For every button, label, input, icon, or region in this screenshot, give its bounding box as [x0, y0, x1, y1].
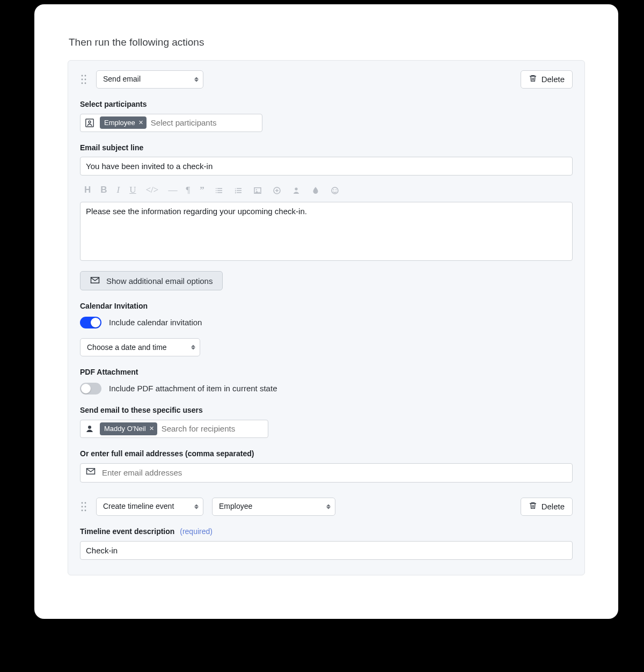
trash-icon — [529, 501, 537, 512]
svg-point-14 — [88, 426, 91, 429]
raw-emails-input-wrapper[interactable] — [80, 463, 573, 483]
chip-label: Maddy O'Neil — [104, 424, 146, 434]
code-icon[interactable]: </> — [146, 184, 159, 196]
action-timeline-event: Create timeline event Employee Delete — [80, 498, 573, 560]
svg-point-3 — [85, 78, 86, 80]
svg-point-19 — [82, 509, 83, 511]
calendar-date-select[interactable]: Choose a date and time — [80, 338, 200, 356]
show-additional-label: Show additional email options — [106, 276, 213, 286]
actions-card: Then run the following actions Send emai… — [34, 4, 618, 619]
trash-icon — [529, 74, 537, 84]
ul-icon[interactable] — [214, 186, 224, 195]
svg-point-20 — [85, 509, 86, 511]
raw-emails-label: Or enter full email addresses (comma sep… — [80, 449, 573, 459]
action-type-value: Send email — [103, 74, 141, 84]
drop-icon[interactable] — [311, 186, 320, 195]
quote-icon[interactable]: ” — [200, 184, 204, 196]
show-additional-options-button[interactable]: Show additional email options — [80, 271, 223, 290]
required-hint: (required) — [180, 527, 213, 536]
email-body-textarea[interactable] — [80, 202, 573, 261]
ol-icon[interactable] — [233, 186, 243, 195]
delete-action-button[interactable]: Delete — [521, 498, 573, 516]
caret-icon — [194, 77, 199, 82]
svg-point-2 — [82, 78, 83, 80]
calendar-toggle[interactable] — [80, 317, 101, 328]
bold-icon[interactable]: B — [100, 184, 107, 196]
svg-point-10 — [295, 187, 297, 190]
svg-point-4 — [82, 82, 83, 84]
recipient-chip[interactable]: Maddy O'Neil ✕ — [100, 422, 157, 435]
timeline-target-value: Employee — [219, 501, 252, 512]
user-icon[interactable] — [291, 186, 301, 195]
person-frame-icon — [83, 118, 97, 128]
svg-point-0 — [82, 75, 83, 76]
svg-point-18 — [85, 506, 86, 507]
action-type-value: Create timeline event — [103, 501, 174, 512]
subject-label: Email subject line — [80, 143, 573, 153]
caret-icon — [191, 345, 195, 350]
caret-icon — [194, 504, 199, 509]
calendar-date-value: Choose a date and time — [87, 342, 167, 353]
action-send-email: Send email Delete Select participants — [80, 70, 573, 483]
svg-point-17 — [82, 506, 83, 507]
specific-users-text-input[interactable] — [160, 423, 265, 434]
svg-point-8 — [255, 189, 257, 190]
rte-toolbar: H B I U </> — ¶ ” — [80, 176, 573, 202]
participants-input[interactable]: Employee ✕ — [80, 114, 262, 132]
add-icon[interactable] — [272, 186, 282, 195]
drag-handle-icon[interactable] — [80, 501, 87, 513]
envelope-icon — [90, 276, 100, 286]
timeline-desc-input[interactable] — [80, 541, 573, 560]
subject-input[interactable] — [80, 157, 573, 176]
participants-text-input[interactable] — [150, 118, 254, 128]
person-icon — [83, 424, 97, 434]
participant-chip[interactable]: Employee ✕ — [100, 116, 147, 129]
svg-point-16 — [85, 502, 86, 503]
action-type-select[interactable]: Create timeline event — [96, 498, 203, 516]
participants-label: Select participants — [80, 99, 573, 109]
specific-users-input[interactable]: Maddy O'Neil ✕ — [80, 420, 268, 438]
drag-handle-icon[interactable] — [80, 74, 87, 85]
delete-label: Delete — [541, 75, 565, 84]
svg-point-13 — [335, 189, 336, 190]
paragraph-icon[interactable]: ¶ — [186, 184, 190, 196]
underline-icon[interactable]: U — [129, 184, 136, 196]
calendar-heading: Calendar Invitation — [80, 301, 573, 311]
raw-emails-input[interactable] — [101, 468, 567, 478]
svg-point-1 — [85, 75, 86, 76]
timeline-target-select[interactable]: Employee — [212, 498, 335, 516]
chip-label: Employee — [104, 118, 135, 128]
svg-point-15 — [82, 502, 83, 503]
delete-label: Delete — [541, 502, 565, 511]
pdf-toggle-label: Include PDF attachment of item in curren… — [109, 383, 277, 394]
svg-point-12 — [333, 189, 334, 190]
svg-point-5 — [85, 82, 86, 84]
pdf-toggle[interactable] — [80, 383, 101, 395]
pdf-heading: PDF Attachment — [80, 367, 573, 377]
italic-icon[interactable]: I — [117, 184, 120, 196]
image-icon[interactable] — [253, 186, 262, 195]
action-type-select[interactable]: Send email — [96, 70, 203, 89]
chip-remove-icon[interactable]: ✕ — [138, 119, 143, 127]
emoji-icon[interactable] — [330, 186, 340, 195]
timeline-desc-label: Timeline event description (required) — [80, 527, 573, 537]
caret-icon — [326, 504, 331, 509]
envelope-icon — [86, 468, 96, 478]
heading-icon[interactable]: H — [84, 184, 91, 196]
chip-remove-icon[interactable]: ✕ — [149, 425, 154, 433]
calendar-toggle-label: Include calendar invitation — [109, 317, 202, 328]
actions-panel: Send email Delete Select participants — [68, 60, 585, 575]
delete-action-button[interactable]: Delete — [521, 70, 573, 89]
specific-users-label: Send email to these specific users — [80, 405, 573, 415]
section-title: Then run the following actions — [69, 35, 585, 49]
hr-icon[interactable]: — — [168, 184, 176, 196]
svg-point-7 — [89, 121, 91, 123]
